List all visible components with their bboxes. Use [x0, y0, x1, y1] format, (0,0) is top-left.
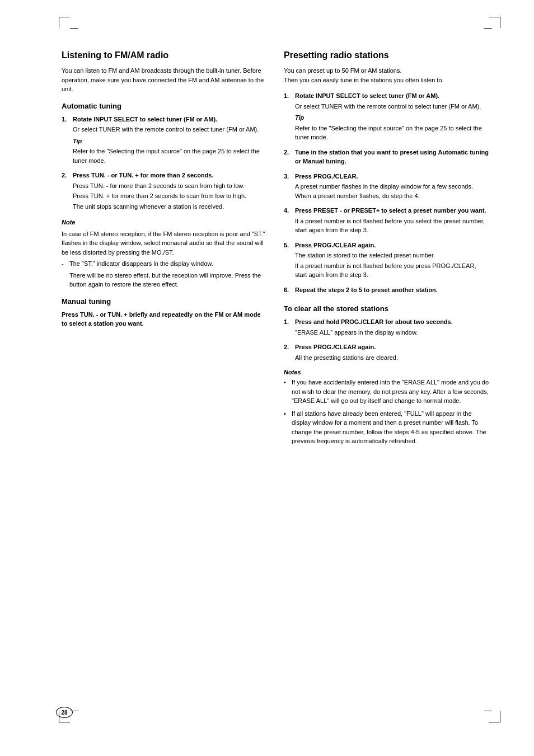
clear-step-2-content: Press PROG./CLEAR again. All the presett…: [295, 342, 489, 363]
left-section-title: Listening to FM/AM radio: [62, 50, 267, 60]
preset-step-2-num: 2.: [284, 148, 293, 167]
auto-step-1: 1. Rotate INPUT SELECT to select tuner (…: [62, 115, 267, 167]
page-number: 28: [56, 707, 73, 718]
right-section-intro: You can preset up to 50 FM or AM station…: [284, 66, 489, 84]
side-mark-bottom-right: [484, 711, 492, 711]
preset-step-3-main: Press PROG./CLEAR.: [295, 172, 489, 181]
auto-tuning-note: Note In case of FM stereo reception, if …: [62, 218, 267, 289]
preset-step-1: 1. Rotate INPUT SELECT to select tuner (…: [284, 91, 489, 143]
clear-notes-section: Notes • If you have accidentally entered…: [284, 369, 489, 446]
auto-step-1-tip-label: Tip: [73, 137, 267, 146]
auto-step-1-main: Rotate INPUT SELECT to select tuner (FM …: [73, 115, 267, 124]
auto-step-1-content: Rotate INPUT SELECT to select tuner (FM …: [73, 115, 267, 167]
auto-step-2-sub2: Press TUN. + for more than 2 seconds to …: [73, 191, 267, 201]
preset-step-6-content: Repeat the steps 2 to 5 to preset anothe…: [295, 285, 489, 296]
preset-step-5-content: Press PROG./CLEAR again. The station is …: [295, 241, 489, 281]
automatic-tuning-subtitle: Automatic tuning: [62, 102, 267, 110]
right-intro-1: You can preset up to 50 FM or AM station…: [284, 67, 402, 74]
clear-note-1: • If you have accidentally entered into …: [284, 378, 489, 406]
preset-step-5-num: 5.: [284, 241, 293, 281]
preset-step-4: 4. Press PRESET - or PRESET+ to select a…: [284, 206, 489, 236]
clear-step-2-num: 2.: [284, 342, 293, 363]
preset-step-4-main: Press PRESET - or PRESET+ to select a pr…: [295, 206, 489, 215]
auto-step-1-tip: Refer to the "Selecting the input source…: [73, 147, 267, 165]
auto-step-1-sub: Or select TUNER with the remote control …: [73, 125, 267, 134]
auto-tuning-note-label: Note: [62, 218, 267, 227]
preset-step-5-sub1: The station is stored to the selected pr…: [295, 251, 489, 260]
side-mark-top-left: [70, 28, 78, 29]
dash-item-1-text: The "ST." indicator disappears in the di…: [69, 259, 213, 269]
auto-step-2-content: Press TUN. - or TUN. + for more than 2 s…: [73, 171, 267, 212]
preset-step-3: 3. Press PROG./CLEAR. A preset number fl…: [284, 172, 489, 202]
dash-item-2-text: There will be no stereo effect, but the …: [69, 271, 267, 289]
preset-step-3-content: Press PROG./CLEAR. A preset number flash…: [295, 172, 489, 202]
clear-step-1-num: 1.: [284, 317, 293, 338]
preset-step-3-sub: A preset number flashes in the display w…: [295, 182, 489, 200]
clear-note-2: • If all stations have already been ente…: [284, 409, 489, 446]
clear-notes-label: Notes: [284, 369, 489, 375]
preset-step-4-content: Press PRESET - or PRESET+ to select a pr…: [295, 206, 489, 236]
preset-step-2-content: Tune in the station that you want to pre…: [295, 148, 489, 167]
page: 28 Listening to FM/AM radio You can list…: [0, 0, 534, 756]
preset-step-5-main: Press PROG./CLEAR again.: [295, 241, 489, 250]
manual-tuning-subtitle: Manual tuning: [62, 297, 267, 306]
right-column: Presetting radio stations You can preset…: [284, 50, 489, 449]
auto-step-2-sub1: Press TUN. - for more than 2 seconds to …: [73, 181, 267, 191]
preset-step-4-sub: If a preset number is not flashed before…: [295, 217, 489, 235]
clear-step-2: 2. Press PROG./CLEAR again. All the pres…: [284, 342, 489, 363]
two-column-layout: Listening to FM/AM radio You can listen …: [62, 50, 489, 449]
preset-step-1-tip-label: Tip: [295, 113, 489, 123]
preset-step-1-num: 1.: [284, 91, 293, 143]
auto-tuning-note-text: In case of FM stereo reception, if the F…: [62, 231, 265, 256]
bullet-2: •: [284, 409, 292, 446]
preset-step-6-main: Repeat the steps 2 to 5 to preset anothe…: [295, 285, 489, 295]
clear-step-1-content: Press and hold PROG./CLEAR for about two…: [295, 317, 489, 338]
preset-step-1-sub: Or select TUNER with the remote control …: [295, 102, 489, 111]
preset-step-4-num: 4.: [284, 206, 293, 236]
dash-1: -: [62, 259, 69, 269]
clear-stations-title: To clear all the stored stations: [284, 304, 489, 313]
preset-step-6: 6. Repeat the steps 2 to 5 to preset ano…: [284, 285, 489, 296]
auto-step-1-num: 1.: [62, 115, 71, 167]
clear-step-2-sub: All the presetting stations are cleared.: [295, 353, 489, 363]
preset-step-2-main: Tune in the station that you want to pre…: [295, 148, 489, 166]
right-section-title: Presetting radio stations: [284, 50, 489, 60]
left-column: Listening to FM/AM radio You can listen …: [62, 50, 267, 449]
left-section-intro: You can listen to FM and AM broadcasts t…: [62, 66, 267, 94]
auto-step-2-num: 2.: [62, 171, 71, 212]
preset-step-3-num: 3.: [284, 172, 293, 202]
right-intro-2: Then you can easily tune in the stations…: [284, 77, 444, 83]
auto-step-2-main: Press TUN. - or TUN. + for more than 2 s…: [73, 171, 267, 180]
clear-step-1-main: Press and hold PROG./CLEAR for about two…: [295, 317, 489, 327]
corner-mark-br: [489, 711, 500, 722]
corner-mark-tl: [59, 17, 70, 28]
clear-note-2-text: If all stations have already been entere…: [292, 409, 489, 446]
preset-step-6-num: 6.: [284, 285, 293, 296]
clear-step-1-sub: "ERASE ALL" appears in the display windo…: [295, 328, 489, 337]
preset-step-1-tip: Refer to the "Selecting the input source…: [295, 124, 489, 142]
dash-item-1: - The "ST." indicator disappears in the …: [62, 259, 267, 269]
auto-step-2: 2. Press TUN. - or TUN. + for more than …: [62, 171, 267, 212]
clear-step-2-main: Press PROG./CLEAR again.: [295, 342, 489, 352]
corner-mark-tr: [489, 17, 500, 28]
preset-step-1-content: Rotate INPUT SELECT to select tuner (FM …: [295, 91, 489, 143]
auto-step-2-sub3: The unit stops scanning whenever a stati…: [73, 202, 267, 212]
side-mark-top-right: [484, 28, 492, 29]
preset-step-1-main: Rotate INPUT SELECT to select tuner (FM …: [295, 91, 489, 101]
preset-step-2: 2. Tune in the station that you want to …: [284, 148, 489, 167]
preset-step-5: 5. Press PROG./CLEAR again. The station …: [284, 241, 489, 281]
bullet-1: •: [284, 378, 292, 406]
clear-note-1-text: If you have accidentally entered into th…: [292, 378, 489, 406]
clear-step-1: 1. Press and hold PROG./CLEAR for about …: [284, 317, 489, 338]
preset-step-5-sub2: If a preset number is not flashed before…: [295, 261, 489, 280]
manual-tuning-text: Press TUN. - or TUN. + briefly and repea…: [62, 310, 267, 328]
